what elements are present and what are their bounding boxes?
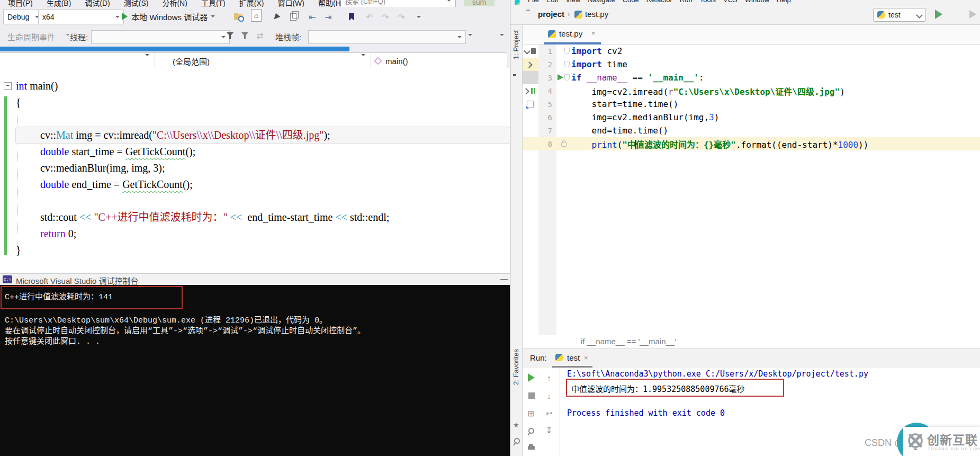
outdent-icon[interactable]: ⇤ [307,12,318,22]
fold-collapsed-icon[interactable] [526,61,533,68]
print-icon[interactable] [526,442,536,453]
run-line-icon[interactable] [558,74,563,81]
restore-layout-icon[interactable]: ⊞ [526,408,536,419]
tool-button-favorites[interactable]: 2: Favorites [512,349,520,385]
breadcrumb-scope[interactable]: if __name__ == '__main__' [581,337,676,346]
editor-line-row[interactable]: 7 end=time.time() [523,124,980,137]
debug-console-titlebar[interactable]: C:\ Microsoft Visual Studio 调试控制台 — [0,273,510,285]
breadcrumb-project[interactable]: project [538,10,564,19]
line-number: 6 [538,113,556,122]
run-tab[interactable]: test [567,353,580,362]
vs-solution-badge[interactable]: sum [464,0,495,6]
vs-member-dropdown[interactable]: main() [371,53,507,69]
fold-collapsed-icon[interactable] [523,88,529,95]
solution-explorer-sync-icon[interactable] [233,12,244,22]
vs-active-document-tab[interactable] [0,47,349,51]
vs-platform-dropdown[interactable]: x64 [38,10,124,24]
chevron-down-icon[interactable] [468,34,472,38]
editor-line-row[interactable]: 3 if __name__ == '__main__': [523,71,980,84]
pc-menu-tools[interactable]: Tools [696,0,720,4]
editor-line-row[interactable]: 4 img=cv2.imread(r"C:\Users\x\Desktop\证件… [523,84,980,97]
vs-menu-project[interactable]: 项目(P) [1,0,40,7]
pc-menu-refactor[interactable]: Refactor [643,0,676,4]
editor-line-row[interactable]: 8 print("中值滤波的时间为：{}毫秒".format((end-star… [523,137,980,150]
run-configuration-dropdown[interactable]: test [873,8,926,22]
debug-console-output[interactable]: C++进行中值滤波耗时为：141 C:\Users\x\Desktop\sum\… [0,285,510,456]
editor-line-row[interactable]: 5 start=time.time() [523,97,980,111]
gutter-annotation-icon[interactable] [527,101,534,108]
redo-icon[interactable]: ↷ [380,12,391,22]
tab-label: test.py [559,29,582,38]
pc-menu-view[interactable]: View [562,0,584,4]
vs-menu-extensions[interactable]: 扩展(X) [232,0,271,7]
vs-code-editor[interactable]: − int main(){cv::Mat img = cv::imread("C… [0,68,510,273]
console-highlight-box: 中值滤波的时间为：1.9953250885009766毫秒 [566,379,784,397]
code-line [16,111,510,127]
home-icon[interactable]: ⌂ [251,10,262,21]
code-line: std::cout << "C++进行中值滤波耗时为：" << end_time… [16,209,510,226]
vs-search-box[interactable]: 搜索 (Ctrl+Q) [340,0,456,7]
editor-line-row[interactable]: 6 img=cv2.medianBlur(img,3) [523,111,980,124]
tab-test-py[interactable]: test.py × [545,25,600,44]
run-button[interactable] [935,10,942,19]
editor-line-row[interactable]: 1 import cv2 [523,44,980,58]
toolbar-overflow-icon[interactable] [412,12,422,22]
console-icon: C:\ [3,275,12,283]
pointer-icon[interactable] [272,12,283,22]
vs-project-dropdown[interactable] [0,53,155,69]
console-exit-line: Process finished with exit code 0 [567,408,725,418]
vs-menu-build[interactable]: 生成(B) [40,0,78,7]
stop-button[interactable] [526,390,537,401]
pc-menu-code[interactable]: Code [619,0,643,4]
editor-lines: 1 import cv2 2 import time 3 [523,44,980,150]
pc-menu-vcs[interactable]: VCS [720,0,741,4]
vs-scope-dropdown[interactable]: (全局范围) [155,53,371,69]
tool-button-project[interactable]: 1: Project [512,30,520,59]
fold-expanded-icon[interactable] [524,48,531,55]
filter-down-icon[interactable] [241,32,248,39]
down-stack-icon[interactable]: ↓ [544,390,554,401]
lifecycle-events-button[interactable]: 生命周期事件 [7,31,55,42]
console-command-line: E:\soft\Anaconda3\python.exe C:/Users/x/… [567,369,868,379]
pycharm-editor[interactable]: test.py × 1 import cv2 [523,25,980,335]
pc-menu-help[interactable]: Help [773,0,795,4]
close-icon[interactable]: × [584,354,588,362]
navigate-forward-icon[interactable]: ↷ [396,12,407,22]
vs-menu-window[interactable]: 窗口(W) [271,0,311,7]
copy-icon[interactable] [288,12,299,22]
thread-dropdown[interactable] [91,30,230,44]
pin-icon[interactable] [513,437,521,445]
pin-icon[interactable] [526,425,536,436]
line-number: 7 [538,127,556,135]
stack-frame-label: 堆栈帧: [275,31,301,42]
pc-menu-window[interactable]: Window [741,0,773,4]
undo-icon[interactable]: ↶ [364,12,375,22]
vs-menu-tools[interactable]: 工具(T) [194,0,232,7]
vs-menu-debug[interactable]: 调试(D) [78,0,116,7]
rerun-button[interactable] [526,372,536,383]
vs-config-dropdown[interactable]: Debug [3,10,43,24]
close-icon[interactable]: × [591,29,596,37]
fold-collapse-icon[interactable]: − [4,82,12,90]
editor-line-row[interactable]: 2 import time [523,58,980,71]
minimize-icon[interactable]: — [500,274,508,283]
star-icon[interactable]: ★ [513,421,519,429]
stack-frame-dropdown[interactable] [308,30,466,44]
toolbar-overflow-icon[interactable] [500,34,504,38]
up-stack-icon[interactable]: ↑ [544,372,554,383]
run-with-coverage-icon[interactable] [969,10,976,19]
vs-start-debug-button[interactable]: 本地 Windows 调试器 [122,10,215,23]
line-number: 1 [538,47,556,56]
scroll-to-end-icon[interactable]: ↧ [544,425,554,436]
toggle-flow-icon[interactable]: ⇄ [256,31,263,41]
breadcrumb-file[interactable]: test.py [585,10,608,19]
pc-menu-run[interactable]: Run [676,0,696,4]
indent-icon[interactable]: ⇥ [323,12,334,22]
pc-menu-file[interactable]: File [524,0,543,4]
soft-wrap-icon[interactable]: ↩ [544,408,554,419]
pc-menu-navigate[interactable]: Navigate [584,0,618,4]
vs-menu-test[interactable]: 测试(S) [117,0,156,7]
vs-menu-analyze[interactable]: 分析(N) [155,0,194,7]
pc-menu-edit[interactable]: Edit [543,0,562,4]
bookmark-icon[interactable] [346,12,357,22]
